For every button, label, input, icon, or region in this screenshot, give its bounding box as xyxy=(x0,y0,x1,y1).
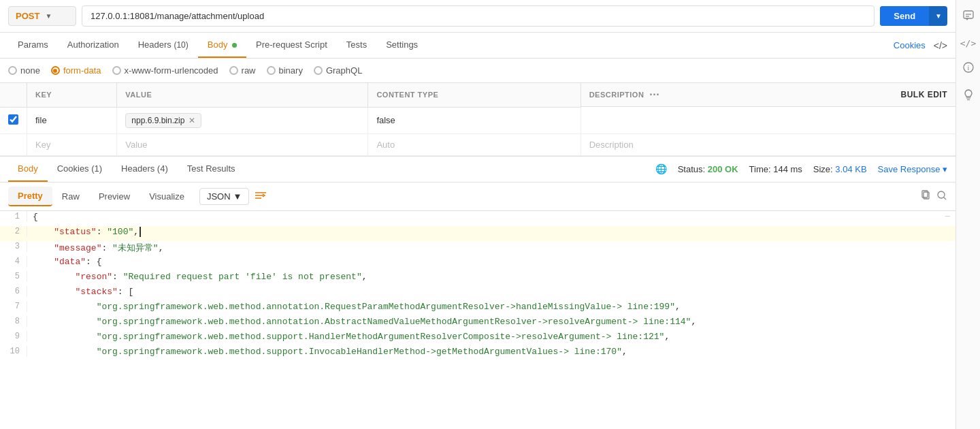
body-type-binary[interactable]: binary xyxy=(267,65,303,76)
bulk-edit-button[interactable]: Bulk Edit xyxy=(901,90,948,99)
radio-formdata-icon xyxy=(51,66,60,75)
method-arrow-icon: ▼ xyxy=(45,12,52,20)
svg-point-5 xyxy=(938,191,945,198)
resp-tab-test-results[interactable]: Test Results xyxy=(178,157,245,182)
row-value: npp.6.9.bin.zip ✕ xyxy=(117,107,368,133)
more-options-icon[interactable]: ··· xyxy=(649,89,659,101)
radio-binary-icon xyxy=(267,66,276,75)
response-section: Body Cookies (1) Headers (4) Test Result… xyxy=(0,156,956,361)
tab-body[interactable]: Body xyxy=(198,33,246,58)
tab-tests[interactable]: Tests xyxy=(337,33,376,58)
cookies-link[interactable]: Cookies xyxy=(894,40,926,50)
radio-graphql-icon xyxy=(314,66,323,75)
globe-icon: 🌐 xyxy=(655,163,667,174)
search-icon[interactable] xyxy=(936,190,947,203)
response-tabs: Body Cookies (1) Headers (4) Test Result… xyxy=(0,157,956,182)
radio-urlencoded-icon xyxy=(112,66,121,75)
time-value: 144 ms xyxy=(773,164,802,174)
th-key: KEY xyxy=(27,83,117,107)
row-key: file xyxy=(27,107,117,133)
resp-tab-headers[interactable]: Headers (4) xyxy=(112,157,178,182)
view-tab-preview[interactable]: Preview xyxy=(89,187,140,206)
tab-settings[interactable]: Settings xyxy=(376,33,427,58)
wrap-icon[interactable] xyxy=(255,191,267,202)
th-checkbox xyxy=(0,83,27,107)
view-tab-visualize[interactable]: Visualize xyxy=(140,187,194,206)
value-placeholder: Value xyxy=(125,140,147,150)
comment-icon[interactable] xyxy=(958,5,979,29)
file-chip: npp.6.9.bin.zip ✕ xyxy=(125,113,201,128)
json-line: 7 "org.springframework.web.method.annota… xyxy=(0,301,956,316)
send-button-group: Send ▼ xyxy=(880,6,947,26)
empty-row: Key Value Auto Description xyxy=(0,133,956,155)
json-line: 5 "reson": "Required request part 'file'… xyxy=(0,271,956,286)
method-selector[interactable]: POST ▼ xyxy=(8,6,76,26)
view-tab-pretty[interactable]: Pretty xyxy=(8,187,52,206)
json-line: 4 "data": { xyxy=(0,256,956,271)
json-line: 2 "status": "100", xyxy=(0,226,956,241)
headers-badge: (10) xyxy=(174,40,188,50)
status-value: 200 OK xyxy=(708,164,738,174)
resp-tab-cookies[interactable]: Cookies (1) xyxy=(48,157,112,182)
body-type-row: none form-data x-www-form-urlencoded raw… xyxy=(0,59,956,83)
method-label: POST xyxy=(16,11,39,21)
auto-placeholder: Auto xyxy=(376,140,395,150)
body-type-raw[interactable]: raw xyxy=(229,65,256,76)
format-arrow-icon: ▼ xyxy=(233,191,242,202)
lightbulb-icon[interactable] xyxy=(959,85,978,108)
time-label: Time: 144 ms xyxy=(749,164,802,174)
info-icon[interactable]: i xyxy=(959,58,978,80)
format-selector[interactable]: JSON ▼ xyxy=(199,188,250,205)
th-value: VALUE xyxy=(117,83,368,107)
row-checkbox[interactable] xyxy=(8,114,18,125)
body-type-graphql[interactable]: GraphQL xyxy=(314,65,362,76)
json-line: 8 "org.springframework.web.method.annota… xyxy=(0,316,956,331)
code-icon[interactable]: </> xyxy=(934,40,947,51)
desc-placeholder: Description xyxy=(589,140,634,150)
row-content-type: false xyxy=(368,107,581,133)
row-description xyxy=(581,107,956,133)
body-type-none[interactable]: none xyxy=(8,65,40,76)
send-button[interactable]: Send xyxy=(880,6,929,26)
view-tabs-row: Pretty Raw Preview Visualize JSON ▼ xyxy=(0,182,956,211)
json-line: 1 { — xyxy=(0,211,956,226)
tab-headers[interactable]: Headers (10) xyxy=(129,33,198,58)
remove-file-icon[interactable]: ✕ xyxy=(189,116,195,125)
resp-tab-body[interactable]: Body xyxy=(8,157,48,182)
status-info: 🌐 Status: 200 OK Time: 144 ms Size: 3.04… xyxy=(655,163,947,174)
format-label: JSON xyxy=(207,191,231,202)
top-bar: POST ▼ Send ▼ xyxy=(0,0,956,33)
radio-none-icon xyxy=(8,66,17,75)
json-line: 3 "message": "未知异常", xyxy=(0,241,956,256)
code-slash-icon[interactable]: </> xyxy=(956,34,980,52)
json-line: 9 "org.springframework.web.method.suppor… xyxy=(0,331,956,346)
send-dropdown-icon[interactable]: ▼ xyxy=(929,7,947,25)
svg-line-6 xyxy=(944,197,946,200)
tab-params[interactable]: Params xyxy=(8,33,58,58)
body-type-urlencoded[interactable]: x-www-form-urlencoded xyxy=(112,65,218,76)
kv-table: KEY VALUE CONTENT TYPE DESCRIPTION ··· B… xyxy=(0,83,956,156)
svg-text:i: i xyxy=(967,64,969,72)
size-label: Size: 3.04 KB xyxy=(813,164,867,174)
th-content-type: CONTENT TYPE xyxy=(368,83,581,107)
copy-icon[interactable] xyxy=(920,190,931,203)
collapse-icon[interactable]: — xyxy=(945,212,950,221)
table-row: file npp.6.9.bin.zip ✕ false xyxy=(0,107,956,133)
json-area: 1 { — 2 "status": "100", 3 "message": "未… xyxy=(0,211,956,361)
request-tabs: Params Authorization Headers (10) Body P… xyxy=(0,33,956,59)
json-line: 6 "stacks": [ xyxy=(0,286,956,301)
url-input[interactable] xyxy=(82,5,875,27)
radio-raw-icon xyxy=(229,66,238,75)
tab-authorization[interactable]: Authorization xyxy=(58,33,129,58)
tab-pre-request[interactable]: Pre-request Script xyxy=(246,33,337,58)
json-line: 10 "org.springframework.web.method.suppo… xyxy=(0,346,956,361)
save-response-button[interactable]: Save Response ▾ xyxy=(878,164,947,174)
body-active-dot xyxy=(232,43,237,48)
right-sidebar: </> i xyxy=(956,0,980,361)
view-tab-raw[interactable]: Raw xyxy=(52,187,89,206)
key-placeholder[interactable]: Key xyxy=(35,140,50,150)
th-description: DESCRIPTION ··· Bulk Edit xyxy=(581,83,956,107)
body-type-form-data[interactable]: form-data xyxy=(51,65,101,76)
status-label: Status: 200 OK xyxy=(678,164,738,174)
svg-marker-10 xyxy=(966,18,968,20)
